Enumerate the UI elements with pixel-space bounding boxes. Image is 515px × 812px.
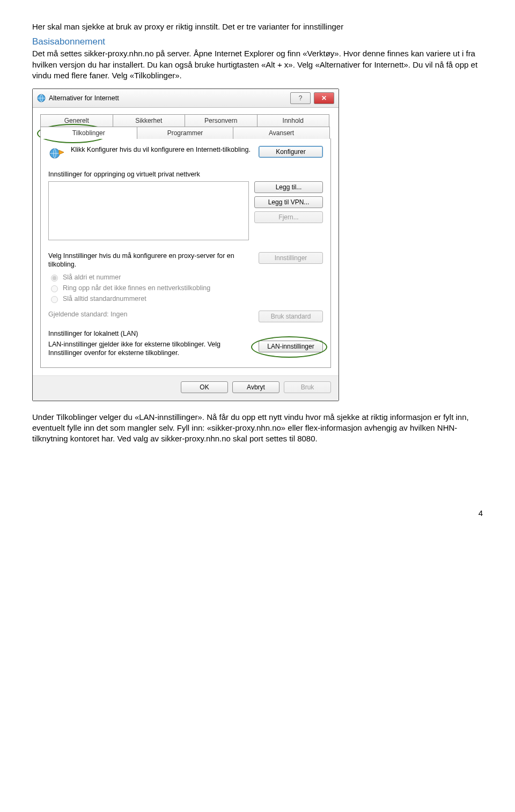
page-number: 4 (32, 508, 483, 518)
group-label-lan: Innstillinger for lokalnett (LAN) (48, 330, 323, 337)
lan-innstillinger-button[interactable]: LAN-innstillinger (259, 341, 323, 352)
tab-avansert[interactable]: Avansert (233, 127, 330, 139)
tab-programmer[interactable]: Programmer (137, 127, 234, 139)
titlebar: Alternativer for Internett ? ✕ (33, 89, 339, 108)
internet-options-dialog: Alternativer for Internett ? ✕ Generelt … (32, 88, 339, 401)
radio-dial-no-net-label: Ring opp når det ikke finnes en nettverk… (63, 284, 210, 292)
legg-til-vpn-button[interactable]: Legg til VPN... (254, 196, 323, 208)
konfigurer-button[interactable]: Konfigurer (259, 146, 323, 158)
network-wizard-icon (48, 146, 65, 163)
lan-description: LAN-innstillinger gjelder ikke for ekste… (48, 341, 253, 357)
group-label-dialup: Innstillinger for oppringing og virtuelt… (48, 171, 323, 178)
bruk-button: Bruk (284, 381, 331, 393)
tab-innhold[interactable]: Innhold (257, 114, 330, 127)
intro-paragraph: Her skal man sjekke at bruk av proxy er … (32, 21, 483, 32)
dialog-bottom-buttons: OK Avbryt Bruk (33, 375, 339, 401)
konfig-description: Klikk Konfigurer hvis du vil konfigurere… (71, 146, 253, 154)
body-paragraph-1: Det må settes sikker-proxy.nhn.no på ser… (32, 48, 483, 81)
tab-personvern[interactable]: Personvern (185, 114, 258, 127)
radio-never-dial-label: Slå aldri et nummer (63, 274, 121, 281)
radio-always-dial-label: Slå alltid standardnummeret (63, 295, 146, 302)
outro-paragraph: Under Tilkoblinger velger du «LAN-innsti… (32, 412, 483, 445)
globe-icon (37, 94, 46, 102)
dialog-title: Alternativer for Internett (49, 94, 119, 102)
close-button[interactable]: ✕ (314, 92, 334, 104)
innstillinger-button: Innstillinger (259, 252, 323, 264)
help-button[interactable]: ? (290, 92, 311, 104)
bruk-standard-button: Bruk standard (259, 311, 323, 322)
dialup-listbox[interactable] (48, 181, 249, 240)
legg-til-button[interactable]: Legg til... (254, 181, 323, 193)
proxy-description: Velg Innstillinger hvis du må konfigurer… (48, 252, 253, 269)
tab-tilkoblinger[interactable]: Tilkoblinger (40, 127, 137, 139)
tab-sikkerhet[interactable]: Sikkerhet (113, 114, 186, 127)
radio-always-dial (51, 296, 58, 303)
fjern-button: Fjern... (254, 211, 323, 223)
current-default-label: Gjeldende standard: Ingen (48, 311, 253, 319)
tab-generelt[interactable]: Generelt (40, 114, 113, 127)
tab-content-tilkoblinger: Klikk Konfigurer hvis du vil konfigurere… (40, 138, 331, 368)
radio-never-dial (51, 275, 58, 282)
ok-button[interactable]: OK (181, 381, 228, 393)
radio-dial-no-net (51, 285, 58, 292)
avbryt-button[interactable]: Avbryt (232, 381, 279, 393)
section-heading-basisabonnement: Basisabonnement (32, 36, 483, 47)
